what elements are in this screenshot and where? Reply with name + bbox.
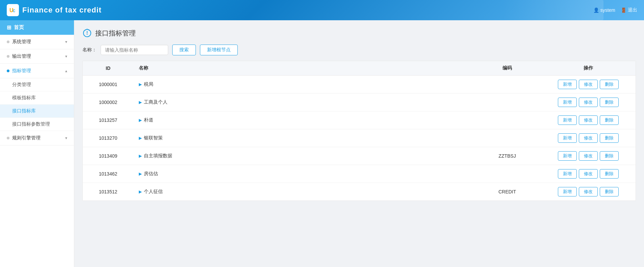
search-button[interactable]: 搜索 bbox=[172, 45, 196, 55]
svg-point-5 bbox=[87, 34, 88, 35]
user-info: 👤 system bbox=[593, 7, 615, 13]
cell-code: CREDIT bbox=[473, 183, 541, 201]
edit-button[interactable]: 修改 bbox=[579, 80, 598, 89]
cell-id: 1013409 bbox=[83, 147, 133, 165]
cell-id: 1013462 bbox=[83, 165, 133, 183]
sidebar-subitem-params[interactable]: 接口指标参数管理 bbox=[0, 118, 74, 131]
logout-icon: 🚪 bbox=[621, 7, 626, 13]
menu-dot bbox=[7, 55, 9, 58]
cell-code bbox=[473, 111, 541, 129]
logo-icon: U C bbox=[7, 4, 19, 16]
search-input[interactable] bbox=[101, 45, 168, 55]
username: system bbox=[600, 7, 615, 13]
delete-button[interactable]: 删除 bbox=[600, 98, 619, 107]
cell-code: ZZTBSJ bbox=[473, 147, 541, 165]
sidebar-item-rules[interactable]: 规则引擎管理 ▾ bbox=[0, 131, 74, 145]
row-name-text: 自主填报数据 bbox=[144, 153, 172, 159]
cell-actions: 新增 修改 删除 bbox=[541, 129, 636, 147]
row-name-text: 税局 bbox=[144, 81, 153, 87]
delete-button[interactable]: 删除 bbox=[600, 115, 619, 125]
svg-text:C: C bbox=[13, 9, 15, 13]
subitem-label: 接口指标参数管理 bbox=[12, 121, 50, 127]
expand-arrow-icon[interactable]: ▶ bbox=[139, 154, 142, 158]
cell-name: ▶ 朴道 bbox=[133, 111, 473, 129]
menu-dot bbox=[7, 41, 9, 43]
content-area: 接口指标管理 名称： 搜索 新增根节点 ID 名称 编码 操作 bbox=[74, 20, 644, 267]
add-root-node-button[interactable]: 新增根节点 bbox=[200, 45, 238, 55]
table-row: 1013257 ▶ 朴道 新增 修改 删除 bbox=[83, 111, 636, 129]
add-button[interactable]: 新增 bbox=[558, 80, 577, 89]
user-icon: 👤 bbox=[593, 7, 599, 13]
cell-name: ▶ 个人征信 bbox=[133, 183, 473, 201]
edit-button[interactable]: 修改 bbox=[579, 187, 598, 196]
column-action: 操作 bbox=[541, 61, 636, 76]
logout-button[interactable]: 🚪 退出 bbox=[621, 7, 637, 13]
add-button[interactable]: 新增 bbox=[558, 115, 577, 125]
column-name: 名称 bbox=[133, 61, 473, 76]
sidebar-item-system[interactable]: 系统管理 ▾ bbox=[0, 35, 74, 49]
edit-button[interactable]: 修改 bbox=[579, 98, 598, 107]
cell-actions: 新增 修改 删除 bbox=[541, 147, 636, 165]
delete-button[interactable]: 删除 bbox=[600, 169, 619, 179]
logout-label: 退出 bbox=[628, 7, 637, 13]
add-button[interactable]: 新增 bbox=[558, 133, 577, 143]
cell-name: ▶ 银联智策 bbox=[133, 129, 473, 147]
cell-name: ▶ 房估估 bbox=[133, 165, 473, 183]
sidebar-subitem-interface[interactable]: 接口指标库 bbox=[0, 105, 74, 118]
cell-code bbox=[473, 165, 541, 183]
header-decoration bbox=[502, 0, 603, 20]
chevron-down-icon: ▾ bbox=[65, 54, 67, 59]
sidebar: ⊞ 首页 系统管理 ▾ 输出管理 ▾ 指标管理 ▴ 分类管理 模板指标库 接口指… bbox=[0, 20, 74, 267]
cell-name: ▶ 自主填报数据 bbox=[133, 147, 473, 165]
sidebar-item-indicators[interactable]: 指标管理 ▴ bbox=[0, 64, 74, 78]
sidebar-item-label: 输出管理 bbox=[12, 53, 65, 59]
cell-code bbox=[473, 129, 541, 147]
edit-button[interactable]: 修改 bbox=[579, 151, 598, 161]
expand-arrow-icon[interactable]: ▶ bbox=[139, 118, 142, 123]
delete-button[interactable]: 删除 bbox=[600, 133, 619, 143]
cell-actions: 新增 修改 删除 bbox=[541, 183, 636, 201]
chevron-down-icon: ▾ bbox=[65, 136, 67, 140]
add-button[interactable]: 新增 bbox=[558, 169, 577, 179]
table-row: 1013270 ▶ 银联智策 新增 修改 删除 bbox=[83, 129, 636, 147]
delete-button[interactable]: 删除 bbox=[600, 187, 619, 196]
edit-button[interactable]: 修改 bbox=[579, 115, 598, 125]
cell-name: ▶ 工商及个人 bbox=[133, 94, 473, 111]
add-button[interactable]: 新增 bbox=[558, 187, 577, 196]
edit-button[interactable]: 修改 bbox=[579, 133, 598, 143]
cell-id: 1013257 bbox=[83, 111, 133, 129]
expand-arrow-icon[interactable]: ▶ bbox=[139, 189, 142, 194]
row-name-text: 工商及个人 bbox=[144, 99, 168, 105]
expand-arrow-icon[interactable]: ▶ bbox=[139, 100, 142, 105]
chevron-up-icon: ▴ bbox=[65, 69, 67, 73]
cell-name: ▶ 税局 bbox=[133, 76, 473, 94]
sidebar-item-output[interactable]: 输出管理 ▾ bbox=[0, 49, 74, 64]
column-id: ID bbox=[83, 61, 133, 76]
cell-id: 1013512 bbox=[83, 183, 133, 201]
search-label: 名称： bbox=[82, 47, 97, 53]
menu-dot bbox=[7, 70, 9, 72]
sidebar-subitem-category[interactable]: 分类管理 bbox=[0, 78, 74, 91]
sidebar-home[interactable]: ⊞ 首页 bbox=[0, 20, 74, 35]
expand-arrow-icon[interactable]: ▶ bbox=[139, 171, 142, 176]
page-title: 接口指标管理 bbox=[95, 29, 136, 38]
add-button[interactable]: 新增 bbox=[558, 151, 577, 161]
cell-id: 1013270 bbox=[83, 129, 133, 147]
header-right: 👤 system 🚪 退出 bbox=[593, 7, 637, 13]
page-icon bbox=[82, 28, 92, 38]
sidebar-subitem-template[interactable]: 模板指标库 bbox=[0, 91, 74, 105]
chevron-down-icon: ▾ bbox=[65, 39, 67, 44]
delete-button[interactable]: 删除 bbox=[600, 151, 619, 161]
cell-id: 1000001 bbox=[83, 76, 133, 94]
expand-arrow-icon[interactable]: ▶ bbox=[139, 82, 142, 87]
add-button[interactable]: 新增 bbox=[558, 98, 577, 107]
subitem-label: 接口指标库 bbox=[12, 108, 36, 113]
sidebar-item-label: 指标管理 bbox=[12, 68, 65, 74]
edit-button[interactable]: 修改 bbox=[579, 169, 598, 179]
column-code: 编码 bbox=[473, 61, 541, 76]
cell-code bbox=[473, 94, 541, 111]
subitem-label: 分类管理 bbox=[12, 82, 31, 87]
row-name-text: 朴道 bbox=[144, 117, 153, 123]
expand-arrow-icon[interactable]: ▶ bbox=[139, 136, 142, 140]
delete-button[interactable]: 删除 bbox=[600, 80, 619, 89]
